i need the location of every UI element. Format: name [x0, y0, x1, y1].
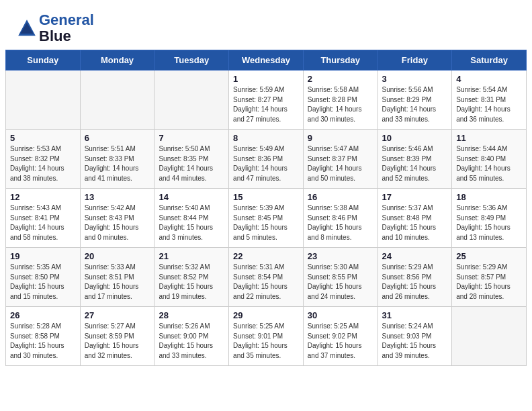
day-info: Sunrise: 5:40 AM Sunset: 8:44 PM Dayligh…	[159, 203, 224, 242]
calendar-cell: 26Sunrise: 5:28 AM Sunset: 8:58 PM Dayli…	[6, 307, 81, 366]
day-info: Sunrise: 5:30 AM Sunset: 8:55 PM Dayligh…	[308, 263, 373, 302]
weekday-wednesday: Wednesday	[229, 50, 304, 71]
calendar-cell	[452, 307, 527, 366]
calendar-cell	[6, 71, 81, 130]
calendar-cell: 13Sunrise: 5:42 AM Sunset: 8:43 PM Dayli…	[80, 189, 154, 248]
day-info: Sunrise: 5:37 AM Sunset: 8:48 PM Dayligh…	[382, 203, 448, 242]
logo-text: GeneralBlue	[39, 12, 94, 44]
day-info: Sunrise: 5:53 AM Sunset: 8:32 PM Dayligh…	[10, 144, 76, 183]
calendar-cell: 14Sunrise: 5:40 AM Sunset: 8:44 PM Dayli…	[154, 189, 229, 248]
calendar: SundayMondayTuesdayWednesdayThursdayFrid…	[5, 50, 527, 366]
day-number: 15	[233, 192, 299, 202]
calendar-cell: 23Sunrise: 5:30 AM Sunset: 8:55 PM Dayli…	[303, 248, 378, 307]
calendar-cell: 3Sunrise: 5:56 AM Sunset: 8:29 PM Daylig…	[378, 71, 452, 130]
day-number: 23	[308, 251, 373, 261]
calendar-cell: 8Sunrise: 5:49 AM Sunset: 8:36 PM Daylig…	[229, 130, 304, 189]
day-number: 12	[10, 192, 76, 202]
day-number: 2	[308, 74, 373, 84]
day-number: 24	[382, 251, 448, 261]
week-row-1: 1Sunrise: 5:59 AM Sunset: 8:27 PM Daylig…	[6, 71, 527, 130]
day-number: 21	[159, 251, 224, 261]
day-info: Sunrise: 5:58 AM Sunset: 8:28 PM Dayligh…	[308, 85, 373, 124]
calendar-cell: 19Sunrise: 5:35 AM Sunset: 8:50 PM Dayli…	[6, 248, 81, 307]
day-number: 17	[382, 192, 448, 202]
day-info: Sunrise: 5:46 AM Sunset: 8:39 PM Dayligh…	[382, 144, 448, 183]
day-info: Sunrise: 5:32 AM Sunset: 8:52 PM Dayligh…	[159, 263, 224, 302]
calendar-cell: 9Sunrise: 5:47 AM Sunset: 8:37 PM Daylig…	[303, 130, 378, 189]
calendar-cell: 7Sunrise: 5:50 AM Sunset: 8:35 PM Daylig…	[154, 130, 229, 189]
day-info: Sunrise: 5:50 AM Sunset: 8:35 PM Dayligh…	[159, 144, 224, 183]
calendar-cell	[154, 71, 229, 130]
logo: GeneralBlue	[16, 12, 94, 44]
day-info: Sunrise: 5:24 AM Sunset: 9:03 PM Dayligh…	[382, 322, 448, 361]
calendar-cell: 20Sunrise: 5:33 AM Sunset: 8:51 PM Dayli…	[80, 248, 154, 307]
calendar-cell: 27Sunrise: 5:27 AM Sunset: 8:59 PM Dayli…	[80, 307, 154, 366]
day-info: Sunrise: 5:38 AM Sunset: 8:46 PM Dayligh…	[308, 203, 373, 242]
page-header: GeneralBlue	[0, 0, 532, 50]
calendar-cell	[80, 71, 154, 130]
day-info: Sunrise: 5:28 AM Sunset: 8:58 PM Dayligh…	[10, 322, 76, 361]
day-number: 9	[308, 133, 373, 143]
calendar-cell: 28Sunrise: 5:26 AM Sunset: 9:00 PM Dayli…	[154, 307, 229, 366]
day-info: Sunrise: 5:39 AM Sunset: 8:45 PM Dayligh…	[233, 203, 299, 242]
calendar-cell: 5Sunrise: 5:53 AM Sunset: 8:32 PM Daylig…	[6, 130, 81, 189]
calendar-cell: 25Sunrise: 5:29 AM Sunset: 8:57 PM Dayli…	[452, 248, 527, 307]
day-info: Sunrise: 5:44 AM Sunset: 8:40 PM Dayligh…	[456, 144, 522, 183]
day-info: Sunrise: 5:59 AM Sunset: 8:27 PM Dayligh…	[233, 85, 299, 124]
day-info: Sunrise: 5:25 AM Sunset: 9:02 PM Dayligh…	[308, 322, 373, 361]
day-number: 4	[456, 74, 522, 84]
day-number: 27	[85, 310, 150, 320]
day-info: Sunrise: 5:54 AM Sunset: 8:31 PM Dayligh…	[456, 85, 522, 124]
calendar-cell: 18Sunrise: 5:36 AM Sunset: 8:49 PM Dayli…	[452, 189, 527, 248]
day-number: 13	[85, 192, 150, 202]
weekday-sunday: Sunday	[6, 50, 81, 71]
day-number: 14	[159, 192, 224, 202]
day-info: Sunrise: 5:56 AM Sunset: 8:29 PM Dayligh…	[382, 85, 448, 124]
day-number: 11	[456, 133, 522, 143]
calendar-wrapper: SundayMondayTuesdayWednesdayThursdayFrid…	[0, 50, 532, 371]
weekday-saturday: Saturday	[452, 50, 527, 71]
day-number: 16	[308, 192, 373, 202]
day-info: Sunrise: 5:49 AM Sunset: 8:36 PM Dayligh…	[233, 144, 299, 183]
day-info: Sunrise: 5:43 AM Sunset: 8:41 PM Dayligh…	[10, 203, 76, 242]
weekday-tuesday: Tuesday	[154, 50, 229, 71]
calendar-cell: 2Sunrise: 5:58 AM Sunset: 8:28 PM Daylig…	[303, 71, 378, 130]
calendar-cell: 10Sunrise: 5:46 AM Sunset: 8:39 PM Dayli…	[378, 130, 452, 189]
day-number: 20	[85, 251, 150, 261]
calendar-cell: 21Sunrise: 5:32 AM Sunset: 8:52 PM Dayli…	[154, 248, 229, 307]
day-number: 18	[456, 192, 522, 202]
day-number: 25	[456, 251, 522, 261]
weekday-header-row: SundayMondayTuesdayWednesdayThursdayFrid…	[6, 50, 527, 71]
week-row-3: 12Sunrise: 5:43 AM Sunset: 8:41 PM Dayli…	[6, 189, 527, 248]
calendar-cell: 31Sunrise: 5:24 AM Sunset: 9:03 PM Dayli…	[378, 307, 452, 366]
calendar-cell: 4Sunrise: 5:54 AM Sunset: 8:31 PM Daylig…	[452, 71, 527, 130]
calendar-cell: 24Sunrise: 5:29 AM Sunset: 8:56 PM Dayli…	[378, 248, 452, 307]
calendar-cell: 29Sunrise: 5:25 AM Sunset: 9:01 PM Dayli…	[229, 307, 304, 366]
day-number: 19	[10, 251, 76, 261]
day-number: 3	[382, 74, 448, 84]
weekday-monday: Monday	[80, 50, 154, 71]
day-info: Sunrise: 5:31 AM Sunset: 8:54 PM Dayligh…	[233, 263, 299, 302]
logo-icon	[16, 17, 38, 39]
calendar-cell: 1Sunrise: 5:59 AM Sunset: 8:27 PM Daylig…	[229, 71, 304, 130]
calendar-cell: 17Sunrise: 5:37 AM Sunset: 8:48 PM Dayli…	[378, 189, 452, 248]
day-number: 5	[10, 133, 76, 143]
day-info: Sunrise: 5:29 AM Sunset: 8:56 PM Dayligh…	[382, 263, 448, 302]
day-number: 7	[159, 133, 224, 143]
calendar-cell: 22Sunrise: 5:31 AM Sunset: 8:54 PM Dayli…	[229, 248, 304, 307]
week-row-4: 19Sunrise: 5:35 AM Sunset: 8:50 PM Dayli…	[6, 248, 527, 307]
calendar-cell: 12Sunrise: 5:43 AM Sunset: 8:41 PM Dayli…	[6, 189, 81, 248]
day-info: Sunrise: 5:26 AM Sunset: 9:00 PM Dayligh…	[159, 322, 224, 361]
day-number: 8	[233, 133, 299, 143]
day-info: Sunrise: 5:36 AM Sunset: 8:49 PM Dayligh…	[456, 203, 522, 242]
day-number: 6	[85, 133, 150, 143]
day-number: 10	[382, 133, 448, 143]
weekday-thursday: Thursday	[303, 50, 378, 71]
calendar-cell: 30Sunrise: 5:25 AM Sunset: 9:02 PM Dayli…	[303, 307, 378, 366]
day-number: 1	[233, 74, 299, 84]
day-info: Sunrise: 5:47 AM Sunset: 8:37 PM Dayligh…	[308, 144, 373, 183]
day-info: Sunrise: 5:27 AM Sunset: 8:59 PM Dayligh…	[85, 322, 150, 361]
day-number: 30	[308, 310, 373, 320]
calendar-cell: 15Sunrise: 5:39 AM Sunset: 8:45 PM Dayli…	[229, 189, 304, 248]
calendar-cell: 6Sunrise: 5:51 AM Sunset: 8:33 PM Daylig…	[80, 130, 154, 189]
